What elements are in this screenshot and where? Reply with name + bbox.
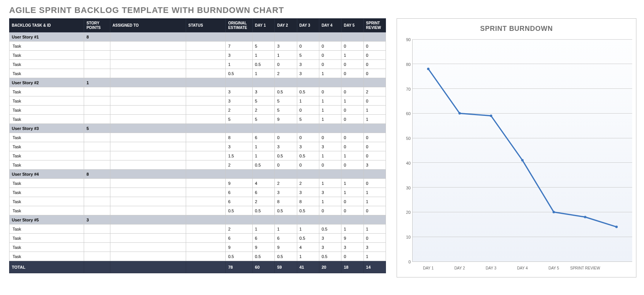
cell[interactable] — [84, 243, 110, 252]
cell[interactable] — [110, 115, 186, 124]
cell[interactable]: 2 — [226, 106, 252, 115]
cell[interactable]: 1 — [341, 151, 363, 160]
cell[interactable]: 0 — [363, 69, 386, 78]
cell[interactable]: 0 — [341, 69, 363, 78]
cell[interactable]: 0 — [319, 206, 341, 215]
cell[interactable]: Task — [10, 69, 84, 78]
cell[interactable] — [110, 234, 186, 243]
cell[interactable]: 0 — [275, 60, 297, 69]
cell[interactable]: 3 — [319, 243, 341, 252]
cell[interactable] — [252, 78, 274, 87]
cell[interactable] — [110, 124, 186, 133]
cell[interactable] — [110, 42, 186, 51]
cell[interactable] — [186, 51, 226, 60]
cell[interactable] — [275, 78, 297, 87]
cell[interactable]: 0 — [341, 206, 363, 215]
cell[interactable]: 1 — [226, 60, 252, 69]
cell[interactable]: 0 — [319, 133, 341, 142]
cell[interactable]: 3 — [297, 69, 319, 78]
cell[interactable]: 0 — [319, 42, 341, 51]
cell[interactable] — [84, 133, 110, 142]
cell[interactable] — [226, 32, 252, 42]
cell[interactable] — [341, 124, 363, 133]
cell[interactable]: 1.5 — [226, 151, 252, 160]
cell[interactable]: 3 — [297, 188, 319, 197]
cell[interactable]: 2 — [297, 179, 319, 188]
cell[interactable]: 3 — [319, 234, 341, 243]
cell[interactable]: 1 — [275, 224, 297, 234]
cell[interactable] — [84, 106, 110, 115]
cell[interactable]: 1 — [341, 51, 363, 60]
story-row[interactable]: User Story #53 — [10, 215, 386, 224]
task-row[interactable]: Task0.50.50.510.501 — [10, 252, 386, 261]
cell[interactable] — [186, 96, 226, 106]
cell[interactable]: 0 — [297, 133, 319, 142]
cell[interactable]: 0.5 — [275, 206, 297, 215]
cell[interactable] — [110, 87, 186, 96]
cell[interactable] — [84, 252, 110, 261]
cell[interactable]: 0 — [363, 42, 386, 51]
cell[interactable] — [110, 106, 186, 115]
cell[interactable]: 3 — [341, 243, 363, 252]
cell[interactable]: 3 — [297, 60, 319, 69]
cell[interactable] — [110, 170, 186, 179]
cell[interactable]: 6 — [226, 197, 252, 206]
cell[interactable]: 4 — [297, 243, 319, 252]
cell[interactable]: 1 — [341, 96, 363, 106]
cell[interactable]: 3 — [226, 51, 252, 60]
task-row[interactable]: Task7530000 — [10, 42, 386, 51]
cell[interactable]: 3 — [297, 142, 319, 151]
cell[interactable]: 8 — [84, 32, 110, 42]
cell[interactable] — [84, 151, 110, 160]
cell[interactable]: 3 — [363, 243, 386, 252]
cell[interactable]: 3 — [363, 160, 386, 170]
cell[interactable]: 0 — [319, 160, 341, 170]
cell[interactable] — [110, 160, 186, 170]
cell[interactable]: 1 — [319, 179, 341, 188]
cell[interactable]: 3 — [319, 142, 341, 151]
cell[interactable] — [186, 133, 226, 142]
cell[interactable]: 0 — [319, 60, 341, 69]
cell[interactable] — [84, 142, 110, 151]
cell[interactable]: 1 — [84, 78, 110, 87]
cell[interactable]: 5 — [275, 106, 297, 115]
cell[interactable] — [110, 32, 186, 42]
cell[interactable] — [84, 60, 110, 69]
task-row[interactable]: Task6633311 — [10, 188, 386, 197]
cell[interactable] — [186, 142, 226, 151]
task-row[interactable]: Task9422110 — [10, 179, 386, 188]
cell[interactable] — [110, 243, 186, 252]
task-row[interactable]: Task2250101 — [10, 106, 386, 115]
cell[interactable] — [84, 87, 110, 96]
cell[interactable]: 0.5 — [275, 252, 297, 261]
cell[interactable]: 1 — [297, 96, 319, 106]
cell[interactable]: 9 — [226, 179, 252, 188]
task-row[interactable]: Task9994333 — [10, 243, 386, 252]
cell[interactable]: Task — [10, 133, 84, 142]
cell[interactable] — [186, 215, 226, 224]
cell[interactable]: 3 — [319, 188, 341, 197]
cell[interactable]: Task — [10, 42, 84, 51]
cell[interactable] — [186, 42, 226, 51]
cell[interactable]: 0 — [341, 106, 363, 115]
cell[interactable]: 0.5 — [252, 252, 274, 261]
cell[interactable] — [275, 32, 297, 42]
cell[interactable] — [363, 170, 386, 179]
cell[interactable]: 5 — [252, 96, 274, 106]
cell[interactable]: 8 — [275, 197, 297, 206]
cell[interactable]: User Story #3 — [10, 124, 84, 133]
cell[interactable]: 6 — [275, 234, 297, 243]
cell[interactable] — [186, 197, 226, 206]
task-row[interactable]: Task3133300 — [10, 142, 386, 151]
cell[interactable]: 0 — [341, 115, 363, 124]
cell[interactable] — [186, 179, 226, 188]
cell[interactable] — [363, 78, 386, 87]
cell[interactable] — [186, 243, 226, 252]
cell[interactable] — [84, 160, 110, 170]
cell[interactable]: 6 — [252, 188, 274, 197]
cell[interactable]: 0.5 — [252, 206, 274, 215]
cell[interactable]: 0 — [297, 106, 319, 115]
cell[interactable]: 0 — [275, 133, 297, 142]
cell[interactable] — [110, 151, 186, 160]
cell[interactable]: 8 — [84, 170, 110, 179]
